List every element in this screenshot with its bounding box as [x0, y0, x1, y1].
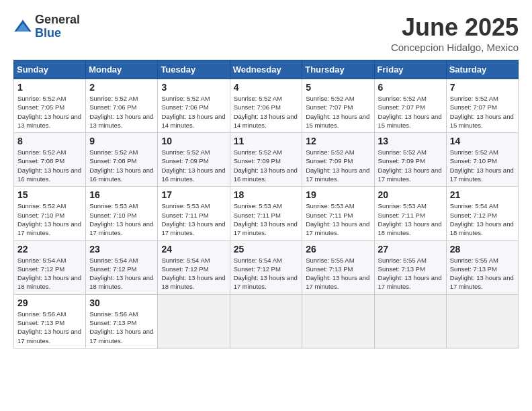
calendar-week-row: 22Sunrise: 5:54 AMSunset: 7:12 PMDayligh…: [14, 240, 519, 294]
day-info: Sunrise: 5:52 AMSunset: 7:09 PMDaylight:…: [306, 148, 370, 183]
calendar-header-thursday: Thursday: [302, 60, 374, 79]
calendar-day-cell: 16Sunrise: 5:53 AMSunset: 7:10 PMDayligh…: [86, 187, 158, 240]
day-info: Sunrise: 5:53 AMSunset: 7:11 PMDaylight:…: [234, 201, 299, 237]
day-info: Sunrise: 5:52 AMSunset: 7:09 PMDaylight:…: [161, 148, 226, 183]
day-info: Sunrise: 5:54 AMSunset: 7:12 PMDaylight:…: [234, 256, 299, 291]
day-number: 13: [378, 136, 443, 146]
day-info: Sunrise: 5:52 AMSunset: 7:09 PMDaylight:…: [378, 148, 443, 183]
calendar-day-cell: 9Sunrise: 5:52 AMSunset: 7:08 PMDaylight…: [86, 133, 158, 187]
calendar-header-tuesday: Tuesday: [158, 60, 230, 79]
day-info: Sunrise: 5:53 AMSunset: 7:10 PMDaylight:…: [89, 201, 154, 237]
calendar-header-sunday: Sunday: [14, 60, 86, 79]
calendar-day-cell: 23Sunrise: 5:54 AMSunset: 7:12 PMDayligh…: [86, 240, 158, 294]
day-info: Sunrise: 5:56 AMSunset: 7:13 PMDaylight:…: [17, 310, 82, 345]
day-number: 4: [234, 82, 299, 93]
calendar-day-cell: [302, 294, 374, 348]
day-number: 28: [450, 244, 515, 255]
day-info: Sunrise: 5:53 AMSunset: 7:11 PMDaylight:…: [161, 201, 226, 237]
day-info: Sunrise: 5:52 AMSunset: 7:07 PMDaylight:…: [450, 94, 515, 130]
day-info: Sunrise: 5:52 AMSunset: 7:10 PMDaylight:…: [450, 148, 515, 183]
calendar-day-cell: 29Sunrise: 5:56 AMSunset: 7:13 PMDayligh…: [14, 294, 86, 348]
calendar-day-cell: 25Sunrise: 5:54 AMSunset: 7:12 PMDayligh…: [230, 240, 302, 294]
calendar: SundayMondayTuesdayWednesdayThursdayFrid…: [13, 60, 519, 349]
day-number: 24: [161, 244, 226, 255]
calendar-week-row: 1Sunrise: 5:52 AMSunset: 7:05 PMDaylight…: [14, 79, 519, 133]
day-info: Sunrise: 5:52 AMSunset: 7:06 PMDaylight:…: [161, 94, 226, 130]
day-number: 21: [450, 189, 515, 200]
calendar-day-cell: 8Sunrise: 5:52 AMSunset: 7:08 PMDaylight…: [14, 133, 86, 187]
calendar-day-cell: 6Sunrise: 5:52 AMSunset: 7:07 PMDaylight…: [374, 79, 446, 133]
day-number: 30: [89, 298, 154, 308]
calendar-day-cell: 20Sunrise: 5:53 AMSunset: 7:11 PMDayligh…: [374, 187, 446, 240]
day-number: 11: [234, 136, 299, 146]
day-number: 5: [306, 82, 370, 93]
calendar-day-cell: 13Sunrise: 5:52 AMSunset: 7:09 PMDayligh…: [374, 133, 446, 187]
day-info: Sunrise: 5:52 AMSunset: 7:06 PMDaylight:…: [234, 94, 299, 130]
calendar-day-cell: 26Sunrise: 5:55 AMSunset: 7:13 PMDayligh…: [302, 240, 374, 294]
calendar-day-cell: 14Sunrise: 5:52 AMSunset: 7:10 PMDayligh…: [446, 133, 518, 187]
day-info: Sunrise: 5:52 AMSunset: 7:06 PMDaylight:…: [89, 94, 154, 130]
logo-general: General: [35, 13, 80, 27]
day-info: Sunrise: 5:52 AMSunset: 7:09 PMDaylight:…: [234, 148, 299, 183]
calendar-header-wednesday: Wednesday: [230, 60, 302, 79]
day-number: 19: [306, 189, 370, 200]
day-number: 20: [378, 189, 443, 200]
day-info: Sunrise: 5:52 AMSunset: 7:10 PMDaylight:…: [17, 201, 82, 237]
calendar-week-row: 8Sunrise: 5:52 AMSunset: 7:08 PMDaylight…: [14, 133, 519, 187]
day-info: Sunrise: 5:56 AMSunset: 7:13 PMDaylight:…: [89, 310, 154, 345]
day-info: Sunrise: 5:52 AMSunset: 7:07 PMDaylight:…: [306, 94, 370, 130]
calendar-day-cell: 2Sunrise: 5:52 AMSunset: 7:06 PMDaylight…: [86, 79, 158, 133]
calendar-header-saturday: Saturday: [446, 60, 518, 79]
calendar-day-cell: 24Sunrise: 5:54 AMSunset: 7:12 PMDayligh…: [158, 240, 230, 294]
location: Concepcion Hidalgo, Mexico: [391, 42, 519, 53]
day-number: 17: [161, 189, 226, 200]
day-number: 18: [234, 189, 299, 200]
day-number: 22: [17, 244, 82, 255]
logo: General Blue: [13, 13, 80, 40]
calendar-day-cell: 5Sunrise: 5:52 AMSunset: 7:07 PMDaylight…: [302, 79, 374, 133]
calendar-day-cell: 28Sunrise: 5:55 AMSunset: 7:13 PMDayligh…: [446, 240, 518, 294]
logo-text: General Blue: [35, 13, 80, 40]
calendar-day-cell: 30Sunrise: 5:56 AMSunset: 7:13 PMDayligh…: [86, 294, 158, 348]
day-info: Sunrise: 5:52 AMSunset: 7:05 PMDaylight:…: [17, 94, 82, 130]
day-info: Sunrise: 5:55 AMSunset: 7:13 PMDaylight:…: [306, 256, 370, 291]
calendar-header-row: SundayMondayTuesdayWednesdayThursdayFrid…: [14, 60, 519, 79]
day-number: 12: [306, 136, 370, 146]
day-number: 1: [17, 82, 82, 93]
day-number: 27: [378, 244, 443, 255]
calendar-day-cell: 7Sunrise: 5:52 AMSunset: 7:07 PMDaylight…: [446, 79, 518, 133]
calendar-day-cell: 4Sunrise: 5:52 AMSunset: 7:06 PMDaylight…: [230, 79, 302, 133]
day-number: 3: [161, 82, 226, 93]
calendar-day-cell: [158, 294, 230, 348]
day-info: Sunrise: 5:55 AMSunset: 7:13 PMDaylight:…: [450, 256, 515, 291]
calendar-day-cell: 1Sunrise: 5:52 AMSunset: 7:05 PMDaylight…: [14, 79, 86, 133]
logo-icon: [13, 17, 32, 36]
day-number: 8: [17, 136, 82, 146]
calendar-header-monday: Monday: [86, 60, 158, 79]
day-number: 29: [17, 298, 82, 308]
day-number: 9: [89, 136, 154, 146]
day-info: Sunrise: 5:54 AMSunset: 7:12 PMDaylight:…: [89, 256, 154, 291]
calendar-day-cell: 22Sunrise: 5:54 AMSunset: 7:12 PMDayligh…: [14, 240, 86, 294]
calendar-day-cell: 17Sunrise: 5:53 AMSunset: 7:11 PMDayligh…: [158, 187, 230, 240]
day-number: 2: [89, 82, 154, 93]
day-info: Sunrise: 5:52 AMSunset: 7:07 PMDaylight:…: [378, 94, 443, 130]
calendar-day-cell: [374, 294, 446, 348]
logo-blue: Blue: [35, 27, 80, 40]
day-info: Sunrise: 5:55 AMSunset: 7:13 PMDaylight:…: [378, 256, 443, 291]
calendar-day-cell: 11Sunrise: 5:52 AMSunset: 7:09 PMDayligh…: [230, 133, 302, 187]
title-area: June 2025 Concepcion Hidalgo, Mexico: [391, 13, 519, 53]
calendar-day-cell: 15Sunrise: 5:52 AMSunset: 7:10 PMDayligh…: [14, 187, 86, 240]
calendar-day-cell: 21Sunrise: 5:54 AMSunset: 7:12 PMDayligh…: [446, 187, 518, 240]
calendar-day-cell: 27Sunrise: 5:55 AMSunset: 7:13 PMDayligh…: [374, 240, 446, 294]
month-title: June 2025: [391, 13, 519, 42]
calendar-day-cell: [446, 294, 518, 348]
day-info: Sunrise: 5:52 AMSunset: 7:08 PMDaylight:…: [89, 148, 154, 183]
day-number: 15: [17, 189, 82, 200]
day-number: 14: [450, 136, 515, 146]
calendar-day-cell: 12Sunrise: 5:52 AMSunset: 7:09 PMDayligh…: [302, 133, 374, 187]
day-info: Sunrise: 5:53 AMSunset: 7:11 PMDaylight:…: [306, 201, 370, 237]
day-number: 23: [89, 244, 154, 255]
page-header: General Blue June 2025 Concepcion Hidalg…: [13, 13, 519, 53]
calendar-day-cell: 10Sunrise: 5:52 AMSunset: 7:09 PMDayligh…: [158, 133, 230, 187]
